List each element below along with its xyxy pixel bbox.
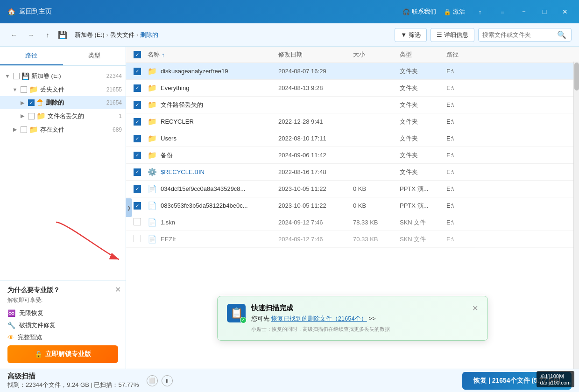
header-check[interactable]: ✓ — [134, 51, 148, 58]
expand-lost-icon[interactable]: ▼ — [11, 87, 19, 92]
tree-item-filename-lost[interactable]: ▶ 📁 文件名丢失的 1 — [0, 109, 126, 123]
table-row[interactable]: ✓ ⚙️ $RECYCLE.BIN 2022-08-16 17:48 文件夹 E… — [126, 164, 579, 181]
row-type-4: 文件夹 — [400, 118, 446, 126]
tab-path[interactable]: 路径 — [0, 47, 63, 65]
table-row[interactable]: ✓ 📁 RECYCLER 2022-12-28 9:41 文件夹 E:\ — [126, 113, 579, 130]
row-path-11: E:\ — [446, 236, 572, 243]
checkbox-10[interactable] — [134, 218, 141, 225]
share-button[interactable]: ↑ — [473, 4, 487, 19]
promo-close-button[interactable]: ✕ — [115, 285, 121, 294]
search-icon[interactable]: 🔍 — [557, 30, 566, 39]
breadcrumb-current[interactable]: 删除的 — [140, 31, 158, 39]
row-check-10[interactable] — [134, 218, 148, 227]
checkbox-drive[interactable] — [13, 73, 20, 79]
header-checkbox[interactable]: ✓ — [134, 51, 141, 58]
row-type-11: SKN 文件 — [400, 235, 446, 244]
checkbox-1[interactable]: ✓ — [134, 68, 141, 75]
checkbox-9[interactable]: ✓ — [134, 202, 141, 210]
folder-icon-2: 📁 — [148, 84, 157, 92]
checkbox-6[interactable]: ✓ — [134, 152, 141, 159]
tree-item-drive[interactable]: ▼ 💾 新加卷 (E:) 22344 — [0, 70, 126, 83]
back-button[interactable]: ← — [7, 28, 21, 42]
row-check-9[interactable]: ✓ — [134, 202, 148, 210]
table-row[interactable]: 📄 1.skn 2024-09-12 7:46 78.33 KB SKN 文件 … — [126, 214, 579, 231]
unlock-label: 立即解锁专业版 — [45, 350, 91, 358]
forward-button[interactable]: → — [24, 28, 37, 42]
row-path-1: E:\ — [446, 68, 572, 75]
home-icon: 🏠 — [7, 8, 15, 15]
tab-type[interactable]: 类型 — [63, 47, 126, 65]
table-row[interactable]: ✓ 📄 034dcf15ef9cc0a8a343529c8... 2023-10… — [126, 181, 579, 197]
row-size-8: 0 KB — [353, 185, 400, 192]
checkbox-11[interactable] — [134, 235, 141, 242]
row-path-3: E:\ — [446, 101, 572, 108]
row-check-1[interactable]: ✓ — [134, 67, 148, 75]
sidebar-collapse-handle[interactable]: ❯ — [126, 198, 132, 217]
activate-button[interactable]: 🔒 激活 — [444, 7, 465, 16]
header-name[interactable]: 名称 ↑ — [148, 50, 278, 59]
table-row[interactable]: ✓ 📁 Everything 2024-08-13 9:28 文件夹 E:\ — [126, 80, 579, 97]
row-check-7[interactable]: ✓ — [134, 168, 148, 176]
stop-button[interactable]: ⬜ — [147, 375, 158, 386]
promo-title: 为什么要专业版？ — [7, 286, 118, 294]
table-row[interactable]: ✓ 📁 Users 2022-08-10 17:11 文件夹 E:\ — [126, 130, 579, 147]
expand-existing-icon[interactable]: ▶ — [11, 126, 19, 133]
breadcrumb-folder1[interactable]: 丢失文件 — [110, 31, 134, 39]
header-type: 类型 — [400, 50, 446, 59]
checkbox-existing[interactable] — [21, 126, 27, 133]
feature-1-label: 无限恢复 — [19, 309, 43, 317]
row-check-5[interactable]: ✓ — [134, 134, 148, 142]
scrollbar-thumb[interactable] — [574, 63, 579, 91]
checkbox-deleted[interactable]: ✓ — [28, 99, 35, 106]
toolbar-right: ▼ 筛选 ☰ 详细信息 🔍 — [395, 28, 572, 42]
table-row[interactable]: ✓ 📁 文件路径丢失的 文件夹 E:\ — [126, 97, 579, 113]
table-row[interactable]: 📄 EEZIt 2024-09-12 7:46 70.33 KB SKN 文件 … — [126, 231, 579, 248]
menu-button[interactable]: ≡ — [495, 4, 510, 19]
table-row[interactable]: ✓ 📁 diskusageanalyzerfree19 2024-08-07 1… — [126, 63, 579, 80]
checkbox-8[interactable]: ✓ — [134, 185, 141, 193]
pause-button[interactable]: ⏸ — [162, 375, 173, 386]
folder-icon-4: 📁 — [148, 117, 157, 126]
notify-close-button[interactable]: ✕ — [472, 304, 478, 313]
checkbox-7[interactable]: ✓ — [134, 168, 141, 176]
checkbox-lost[interactable] — [21, 86, 27, 93]
tree-item-deleted[interactable]: ▶ ✓ 🗑 删除的 21654 — [0, 96, 126, 109]
checkbox-2[interactable]: ✓ — [134, 84, 141, 92]
close-button[interactable]: ✕ — [558, 5, 572, 18]
expand-icon[interactable]: ▼ — [4, 73, 11, 79]
search-input[interactable] — [482, 31, 557, 38]
checkbox-5[interactable]: ✓ — [134, 135, 141, 142]
list-icon: ☰ — [437, 31, 442, 38]
expand-fn-icon[interactable]: ▶ — [19, 113, 26, 119]
tree-item-existing[interactable]: ▶ 📁 存在文件 689 — [0, 123, 126, 136]
row-check-6[interactable]: ✓ — [134, 151, 148, 159]
scrollbar[interactable] — [573, 62, 579, 369]
breadcrumb-drive[interactable]: 新加卷 (E:) — [75, 31, 105, 39]
filter-button[interactable]: ▼ 筛选 — [395, 28, 427, 42]
row-check-11[interactable] — [134, 235, 148, 244]
sidebar-tabs: 路径 类型 — [0, 47, 126, 66]
table-row[interactable]: ✓ 📄 083c553fe3b5da58122b4be0c... 2023-10… — [126, 197, 579, 214]
row-check-2[interactable]: ✓ — [134, 84, 148, 92]
home-button[interactable]: 🏠 返回到主页 — [7, 7, 52, 16]
lost-count: 21655 — [106, 86, 122, 93]
contact-button[interactable]: 🎧 联系我们 — [402, 7, 436, 16]
row-check-3[interactable]: ✓ — [134, 101, 148, 109]
expand-deleted-icon[interactable]: ▶ — [19, 100, 26, 106]
checkbox-4[interactable]: ✓ — [134, 118, 141, 126]
checkbox-3[interactable]: ✓ — [134, 101, 141, 109]
unlock-button[interactable]: 🔒 立即解锁专业版 — [7, 345, 118, 363]
up-button[interactable]: ↑ — [41, 28, 54, 42]
notify-link[interactable]: 恢复已找到的删除文件（21654个） — [271, 315, 367, 322]
row-check-4[interactable]: ✓ — [134, 118, 148, 126]
file-header: ✓ 名称 ↑ 修改日期 大小 类型 路径 — [126, 47, 579, 63]
table-row[interactable]: ✓ 📁 备份 2024-09-06 11:42 文件夹 E:\ — [126, 147, 579, 164]
header-date[interactable]: 修改日期 — [278, 50, 353, 59]
minimize-button[interactable]: － — [517, 5, 530, 18]
header-size[interactable]: 大小 — [353, 50, 400, 59]
maximize-button[interactable]: □ — [538, 5, 551, 18]
detail-button[interactable]: ☰ 详细信息 — [431, 28, 474, 42]
row-check-8[interactable]: ✓ — [134, 185, 148, 193]
tree-item-lost[interactable]: ▼ 📁 丢失文件 21655 — [0, 83, 126, 96]
checkbox-fn[interactable] — [28, 113, 35, 119]
